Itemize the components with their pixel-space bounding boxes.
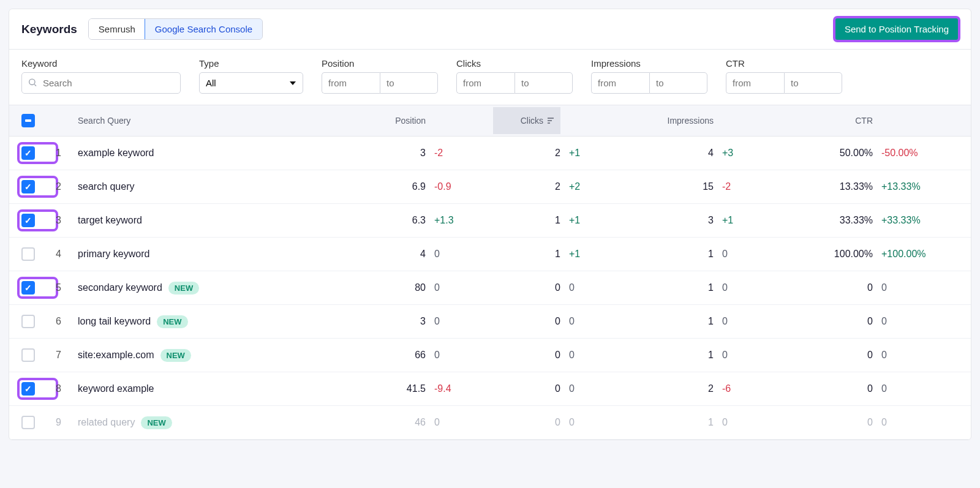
col-ctr[interactable]: CTR — [781, 116, 873, 126]
ctr-delta: +100.00% — [873, 249, 959, 260]
clicks-delta: +2 — [560, 181, 628, 192]
col-clicks[interactable]: Clicks — [493, 107, 560, 134]
keyword-text: keyword example — [78, 383, 154, 394]
impressions-delta: 0 — [714, 316, 781, 327]
row-checkbox[interactable] — [21, 348, 35, 362]
filter-position-label: Position — [322, 58, 438, 69]
keyword-cell[interactable]: primary keyword — [78, 249, 340, 260]
keyword-cell[interactable]: related queryNEW — [78, 416, 340, 429]
keyword-cell[interactable]: long tail keywordNEW — [78, 315, 340, 328]
clicks-value: 2 — [493, 181, 560, 192]
table-row: 5secondary keywordNEW800001000 — [9, 271, 971, 305]
ctr-from-input[interactable] — [726, 72, 784, 94]
search-icon — [28, 77, 37, 89]
position-value: 66 — [340, 350, 426, 361]
clicks-from-input[interactable] — [456, 72, 514, 94]
type-select[interactable]: All — [199, 72, 303, 94]
row-checkbox[interactable] — [21, 214, 35, 227]
position-delta: 0 — [426, 417, 493, 428]
keyword-cell[interactable]: site:example.comNEW — [78, 349, 340, 362]
clicks-value: 0 — [493, 417, 560, 428]
source-tabs: Semrush Google Search Console — [88, 18, 263, 40]
position-value: 6.3 — [340, 215, 426, 226]
row-number: 5 — [56, 282, 78, 293]
ctr-value: 100.00% — [781, 249, 873, 260]
keyword-cell[interactable]: target keyword — [78, 215, 340, 226]
clicks-delta: +1 — [560, 148, 628, 159]
send-to-position-tracking-button[interactable]: Send to Position Tracking — [835, 18, 959, 40]
clicks-delta: 0 — [560, 316, 628, 327]
tab-semrush[interactable]: Semrush — [89, 19, 145, 39]
ctr-value: 13.33% — [781, 181, 873, 192]
search-input[interactable] — [21, 72, 181, 94]
row-number: 7 — [56, 350, 78, 361]
table-row: 7site:example.comNEW660001000 — [9, 339, 971, 372]
filter-keyword: Keyword — [21, 58, 181, 94]
ctr-to-input[interactable] — [784, 72, 842, 94]
impressions-from-input[interactable] — [591, 72, 649, 94]
select-all-checkbox[interactable] — [21, 114, 35, 127]
row-number: 2 — [56, 181, 78, 192]
new-badge: NEW — [141, 416, 172, 429]
ctr-value: 0 — [781, 383, 873, 394]
impressions-delta: 0 — [714, 350, 781, 361]
impressions-delta: +3 — [714, 148, 781, 159]
clicks-delta: +1 — [560, 215, 628, 226]
new-badge: NEW — [160, 349, 191, 362]
position-value: 3 — [340, 148, 426, 159]
row-checkbox[interactable] — [21, 180, 35, 193]
position-value: 4 — [340, 249, 426, 260]
clicks-value: 0 — [493, 282, 560, 293]
clicks-value: 0 — [493, 383, 560, 394]
keyword-cell[interactable]: keyword example — [78, 383, 340, 394]
row-checkbox[interactable] — [21, 416, 35, 429]
keyword-text: target keyword — [78, 215, 142, 226]
table-row: 1example keyword3-22+14+350.00%-50.00% — [9, 137, 971, 170]
position-to-input[interactable] — [380, 72, 438, 94]
topbar: Keywords Semrush Google Search Console S… — [9, 9, 971, 50]
impressions-delta: -2 — [714, 181, 781, 192]
row-checkbox[interactable] — [21, 146, 35, 160]
keyword-cell[interactable]: example keyword — [78, 148, 340, 159]
ctr-delta: 0 — [873, 417, 959, 428]
position-value: 41.5 — [340, 383, 426, 394]
clicks-to-input[interactable] — [514, 72, 573, 94]
col-impressions[interactable]: Impressions — [628, 116, 714, 126]
position-delta: 0 — [426, 249, 493, 260]
position-delta: -9.4 — [426, 383, 493, 394]
ctr-delta: 0 — [873, 316, 959, 327]
tab-gsc[interactable]: Google Search Console — [145, 18, 263, 40]
row-checkbox[interactable] — [21, 315, 35, 328]
row-checkbox[interactable] — [21, 281, 35, 295]
impressions-to-input[interactable] — [649, 72, 707, 94]
impressions-delta: 0 — [714, 249, 781, 260]
impressions-value: 3 — [628, 215, 714, 226]
keyword-text: search query — [78, 181, 135, 192]
position-delta: -0.9 — [426, 181, 493, 192]
col-position[interactable]: Position — [340, 116, 426, 126]
row-checkbox[interactable] — [21, 247, 35, 261]
keyword-cell[interactable]: secondary keywordNEW — [78, 282, 340, 295]
ctr-delta: 0 — [873, 383, 959, 394]
filter-type-label: Type — [199, 58, 303, 69]
keyword-cell[interactable]: search query — [78, 181, 340, 192]
clicks-delta: 0 — [560, 282, 628, 293]
impressions-value: 15 — [628, 181, 714, 192]
table-row: 3target keyword6.3+1.31+13+133.33%+33.33… — [9, 204, 971, 238]
ctr-delta: 0 — [873, 282, 959, 293]
impressions-value: 1 — [628, 316, 714, 327]
impressions-value: 1 — [628, 350, 714, 361]
ctr-delta: 0 — [873, 350, 959, 361]
filter-clicks-label: Clicks — [456, 58, 573, 69]
position-value: 46 — [340, 417, 426, 428]
ctr-value: 0 — [781, 282, 873, 293]
new-badge: NEW — [157, 315, 187, 328]
filters: Keyword Type All Position Clicks — [9, 50, 971, 105]
position-from-input[interactable] — [322, 72, 380, 94]
col-search-query[interactable]: Search Query — [78, 116, 340, 126]
filter-impressions-label: Impressions — [591, 58, 707, 69]
svg-point-0 — [29, 79, 35, 84]
position-delta: -2 — [426, 148, 493, 159]
impressions-delta: 0 — [714, 282, 781, 293]
row-checkbox[interactable] — [21, 382, 35, 396]
